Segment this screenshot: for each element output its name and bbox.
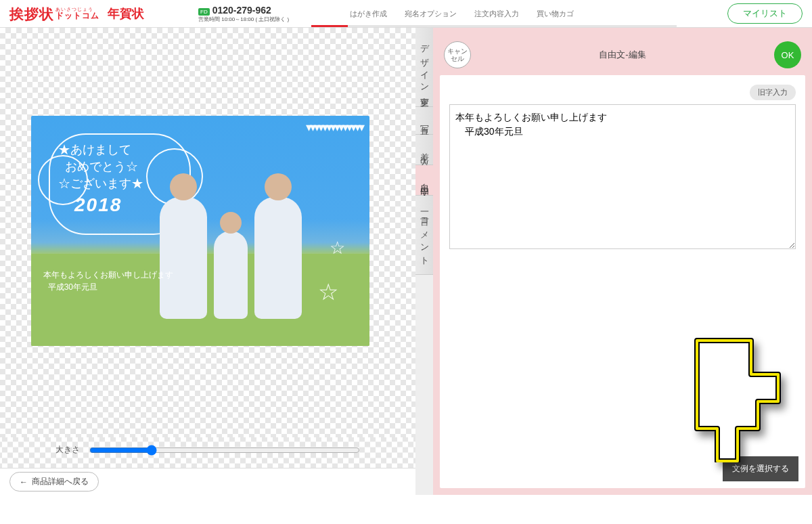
- editor-head: キャンセル 自由文-編集 OK: [440, 35, 805, 75]
- step-3[interactable]: 注文内容入力: [474, 9, 519, 19]
- ok-button[interactable]: OK: [774, 41, 801, 68]
- arrow-left-icon: ←: [20, 477, 28, 487]
- brand-card-type: 年賀状: [108, 5, 144, 22]
- progress-steps: はがき作成 宛名オプション 注文内容入力 買い物カゴ: [350, 9, 574, 19]
- pointer-hand-icon: [677, 327, 785, 465]
- telephone-number: 0120-279-962: [212, 5, 271, 16]
- size-control: 大きさ: [0, 437, 415, 468]
- brand-logo: 挨拶状 あいさつじょう ドットコム 年賀状: [9, 5, 144, 22]
- preview-canvas[interactable]: ▾▾▾▾▾▾▾▾▾▾▾▾▾▾ ☆ ☆ ★あけまして おめでとう☆ ☆ございます★…: [0, 28, 415, 437]
- business-hours: 営業時間 10:00～18:00 ( 土日祝除く ): [198, 16, 289, 23]
- cancel-button[interactable]: キャンセル: [444, 41, 471, 68]
- progress-track: [311, 25, 677, 27]
- brand-main-text: 挨拶状: [9, 7, 54, 21]
- preview-message: 本年もよろしくお願い申し上げます 平成30年元旦: [43, 269, 173, 293]
- greeting-text: ★あけまして おめでとう☆ ☆ございます★: [58, 141, 143, 193]
- main-area: ▾▾▾▾▾▾▾▾▾▾▾▾▾▾ ☆ ☆ ★あけまして おめでとう☆ ☆ございます★…: [0, 28, 812, 495]
- postcard-preview[interactable]: ▾▾▾▾▾▾▾▾▾▾▾▾▾▾ ☆ ☆ ★あけまして おめでとう☆ ☆ございます★…: [31, 116, 369, 346]
- editor-title: 自由文-編集: [599, 49, 646, 61]
- tab-design[interactable]: デザイン変更: [415, 28, 433, 107]
- freedial-icon: FD: [198, 8, 210, 16]
- step-2[interactable]: 宛名オプション: [405, 9, 457, 19]
- tab-photo[interactable]: 写真: [415, 107, 433, 135]
- family-photo: [112, 190, 349, 319]
- editor-panel: キャンセル 自由文-編集 OK 旧字入力 文例を選択する: [433, 28, 812, 495]
- back-to-detail-button[interactable]: ← 商品詳細へ戻る: [9, 472, 99, 492]
- person-icon: [254, 197, 302, 319]
- telephone-box: FD0120-279-962 営業時間 10:00～18:00 ( 土日祝除く …: [198, 5, 289, 23]
- zoom-slider[interactable]: [89, 445, 360, 456]
- size-label: 大きさ: [55, 444, 80, 456]
- back-row: ← 商品詳細へ戻る: [0, 468, 415, 495]
- step-1[interactable]: はがき作成: [350, 9, 387, 19]
- vertical-tabs: デザイン変更 写真 差出人 自由文 一言コメント: [415, 28, 433, 495]
- brand-sub-text: ドットコム: [55, 12, 99, 20]
- header: 挨拶状 あいさつじょう ドットコム 年賀状 FD0120-279-962 営業時…: [0, 0, 812, 27]
- tab-freetext[interactable]: 自由文: [415, 165, 433, 196]
- preview-pane: ▾▾▾▾▾▾▾▾▾▾▾▾▾▾ ☆ ☆ ★あけまして おめでとう☆ ☆ございます★…: [0, 28, 415, 495]
- freetext-textarea[interactable]: [449, 104, 796, 249]
- person-icon: [214, 231, 248, 319]
- bunting-icon: ▾▾▾▾▾▾▾▾▾▾▾▾▾▾: [306, 120, 363, 135]
- tab-comment[interactable]: 一言コメント: [415, 196, 433, 275]
- person-icon: [160, 197, 207, 319]
- step-4[interactable]: 買い物カゴ: [537, 9, 574, 19]
- mylist-button[interactable]: マイリスト: [727, 3, 803, 24]
- tab-sender[interactable]: 差出人: [415, 135, 433, 165]
- editor-body: 旧字入力 文例を選択する: [440, 75, 805, 488]
- old-char-input-button[interactable]: 旧字入力: [750, 85, 796, 100]
